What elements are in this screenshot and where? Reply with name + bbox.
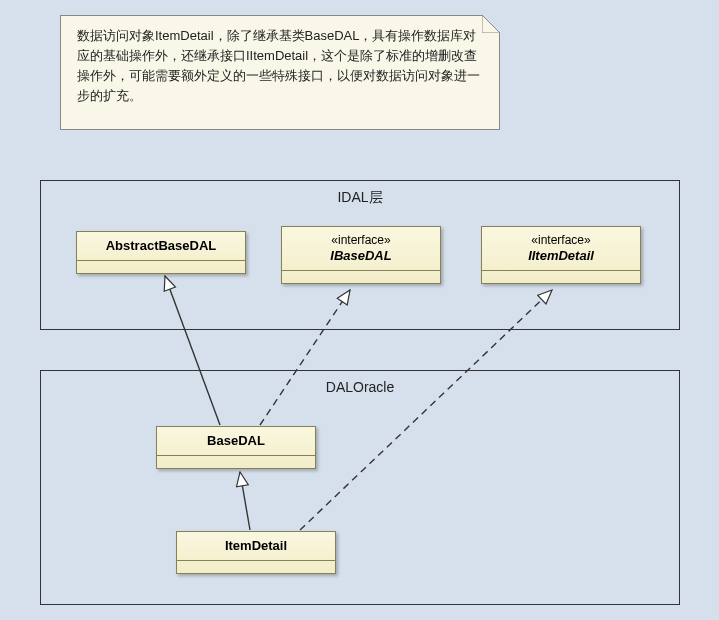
class-abstractbasedal: AbstractBaseDAL [76, 231, 246, 274]
class-ibasedal-name: IBaseDAL [286, 248, 436, 264]
package-idal: IDAL层 AbstractBaseDAL «interface» IBaseD… [40, 180, 680, 330]
diagram-canvas: 数据访问对象ItemDetail，除了继承基类BaseDAL，具有操作数据库对应… [0, 0, 719, 620]
class-basedal: BaseDAL [156, 426, 316, 469]
class-basedal-name: BaseDAL [161, 433, 311, 449]
class-iitemdetail-stereo: «interface» [486, 233, 636, 248]
class-abstractbasedal-name: AbstractBaseDAL [81, 238, 241, 254]
diagram-note: 数据访问对象ItemDetail，除了继承基类BaseDAL，具有操作数据库对应… [60, 15, 500, 130]
class-iitemdetail-name: IItemDetail [486, 248, 636, 264]
class-iitemdetail: «interface» IItemDetail [481, 226, 641, 284]
package-daloracle: DALOracle BaseDAL ItemDetail [40, 370, 680, 605]
class-ibasedal: «interface» IBaseDAL [281, 226, 441, 284]
package-idal-title: IDAL层 [41, 189, 679, 207]
class-itemdetail-name: ItemDetail [181, 538, 331, 554]
class-itemdetail: ItemDetail [176, 531, 336, 574]
class-ibasedal-stereo: «interface» [286, 233, 436, 248]
package-daloracle-title: DALOracle [41, 379, 679, 395]
note-text: 数据访问对象ItemDetail，除了继承基类BaseDAL，具有操作数据库对应… [77, 28, 480, 103]
